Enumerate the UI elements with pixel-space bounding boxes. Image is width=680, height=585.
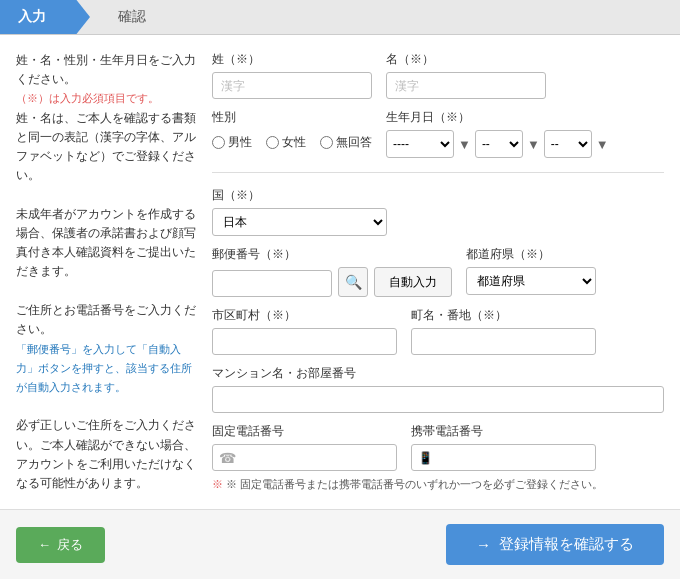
section1-title: 姓・名・性別・生年月日をご入力ください。	[16, 53, 196, 86]
address-note: 必ず正しいご住所をご入力ください。ご本人確認ができない場合、アカウントをご利用い…	[16, 418, 196, 490]
confirm-arrow-icon: →	[476, 536, 491, 553]
gender-label: 性別	[212, 109, 372, 126]
gender-birthday-row: 性別 男性 女性 無回答	[212, 109, 664, 158]
gender-female[interactable]: 女性	[266, 134, 306, 151]
birthday-sep1: ▼	[458, 137, 471, 152]
gender-male-label: 男性	[228, 134, 252, 151]
section1-desc: 姓・名・性別・生年月日をご入力ください。 （※）は入力必須項目です。 姓・名は、…	[16, 51, 196, 281]
first-name-label: 名（※）	[386, 51, 546, 68]
prefecture-label: 都道府県（※）	[466, 246, 596, 263]
landline-input[interactable]	[212, 444, 397, 471]
last-name-group: 姓（※）	[212, 51, 372, 99]
required-note: （※）は入力必須項目です。	[16, 92, 159, 104]
city-label: 市区町村（※）	[212, 307, 397, 324]
tab-confirm[interactable]: 確認	[98, 0, 166, 34]
bottom-bar: ← 戻る → 登録情報を確認する	[0, 509, 680, 579]
town-label: 町名・番地（※）	[411, 307, 596, 324]
right-panel: 姓（※） 名（※） 性別	[212, 51, 664, 493]
mobile-input[interactable]	[411, 444, 596, 471]
country-select[interactable]: 日本	[212, 208, 387, 236]
gender-noanswer-label: 無回答	[336, 134, 372, 151]
name-row: 姓（※） 名（※）	[212, 51, 664, 99]
mobile-input-wrapper: 📱	[411, 444, 596, 471]
landline-input-wrapper: ☎	[212, 444, 397, 471]
city-input[interactable]	[212, 328, 397, 355]
postal-search-button[interactable]: 🔍	[338, 267, 368, 297]
page-wrapper: 入力 確認 姓・名・性別・生年月日をご入力ください。 （※）は入力必須項目です。…	[0, 0, 680, 585]
first-name-input[interactable]	[386, 72, 546, 99]
tabs-bar: 入力 確認	[0, 0, 680, 35]
birthday-sep2: ▼	[527, 137, 540, 152]
tab-input-label: 入力	[18, 8, 46, 26]
building-label: マンション名・お部屋番号	[212, 365, 664, 382]
country-label: 国（※）	[212, 187, 664, 204]
gender-female-label: 女性	[282, 134, 306, 151]
gender-noanswer-radio[interactable]	[320, 136, 333, 149]
city-town-row: 市区町村（※） 町名・番地（※）	[212, 307, 664, 355]
back-button[interactable]: ← 戻る	[16, 527, 105, 563]
building-input[interactable]	[212, 386, 664, 413]
gender-group: 性別 男性 女性 無回答	[212, 109, 372, 158]
back-btn-label: 戻る	[57, 536, 83, 554]
city-group: 市区町村（※）	[212, 307, 397, 355]
tab-input[interactable]: 入力	[0, 0, 90, 34]
section2-title: ご住所とお電話番号をご入力ください。	[16, 303, 196, 336]
first-name-group: 名（※）	[386, 51, 546, 99]
landline-group: 固定電話番号 ☎	[212, 423, 397, 471]
prefecture-select[interactable]: 都道府県	[466, 267, 596, 295]
phone-note-text: ※ 固定電話番号または携帯電話番号のいずれか一つを必ずご登録ください。	[226, 478, 603, 490]
auto-input-button[interactable]: 自動入力	[374, 267, 452, 297]
gender-male[interactable]: 男性	[212, 134, 252, 151]
gender-male-radio[interactable]	[212, 136, 225, 149]
prefecture-group: 都道府県（※） 都道府県	[466, 246, 596, 297]
building-group: マンション名・お部屋番号	[212, 365, 664, 413]
search-icon: 🔍	[345, 274, 362, 290]
gender-no-answer[interactable]: 無回答	[320, 134, 372, 151]
confirm-button[interactable]: → 登録情報を確認する	[446, 524, 664, 565]
last-name-input[interactable]	[212, 72, 372, 99]
birthday-label: 生年月日（※）	[386, 109, 609, 126]
birthday-sep3: ▼	[596, 137, 609, 152]
left-panel: 姓・名・性別・生年月日をご入力ください。 （※）は入力必須項目です。 姓・名は、…	[16, 51, 196, 493]
section2-desc: ご住所とお電話番号をご入力ください。 「郵便番号」を入力して「自動入力」ボタンを…	[16, 301, 196, 493]
birthday-year[interactable]: ----	[386, 130, 454, 158]
birthday-day[interactable]: --	[544, 130, 592, 158]
gender-options: 男性 女性 無回答	[212, 134, 372, 151]
main-content: 姓・名・性別・生年月日をご入力ください。 （※）は入力必須項目です。 姓・名は、…	[0, 35, 680, 509]
country-group: 国（※） 日本	[212, 187, 664, 236]
landline-label: 固定電話番号	[212, 423, 397, 440]
postal-group: 郵便番号（※） 🔍 自動入力	[212, 246, 452, 297]
birthday-group: 生年月日（※） ---- ▼ -- ▼ --	[386, 109, 609, 158]
name-note: 姓・名は、ご本人を確認する書類と同一の表記（漢字の字体、アルファベットなど）でご…	[16, 111, 196, 183]
confirm-btn-label: 登録情報を確認する	[499, 535, 634, 554]
phone-note: ※ ※ 固定電話番号または携帯電話番号のいずれか一つを必ずご登録ください。	[212, 477, 664, 492]
mobile-label: 携帯電話番号	[411, 423, 596, 440]
phone-row: 固定電話番号 ☎ 携帯電話番号 📱	[212, 423, 664, 471]
tab-confirm-label: 確認	[118, 8, 146, 26]
birthday-month[interactable]: --	[475, 130, 523, 158]
postal-note: 「郵便番号」を入力して「自動入力」ボタンを押すと、該当する住所が自動入力されます…	[16, 343, 192, 393]
postal-input[interactable]	[212, 270, 332, 297]
section-divider	[212, 172, 664, 173]
postal-label: 郵便番号（※）	[212, 246, 452, 263]
town-input[interactable]	[411, 328, 596, 355]
gender-female-radio[interactable]	[266, 136, 279, 149]
last-name-label: 姓（※）	[212, 51, 372, 68]
town-group: 町名・番地（※）	[411, 307, 596, 355]
mobile-group: 携帯電話番号 📱	[411, 423, 596, 471]
minor-note: 未成年者がアカウントを作成する場合、保護者の承諾書および顔写真付き本人確認資料を…	[16, 207, 196, 279]
auto-input-label: 自動入力	[389, 275, 437, 289]
postal-row: 🔍 自動入力	[212, 267, 452, 297]
postal-pref-row: 郵便番号（※） 🔍 自動入力 都道府県（※）	[212, 246, 664, 297]
birthday-inputs: ---- ▼ -- ▼ -- ▼	[386, 130, 609, 158]
back-arrow-icon: ←	[38, 537, 51, 552]
